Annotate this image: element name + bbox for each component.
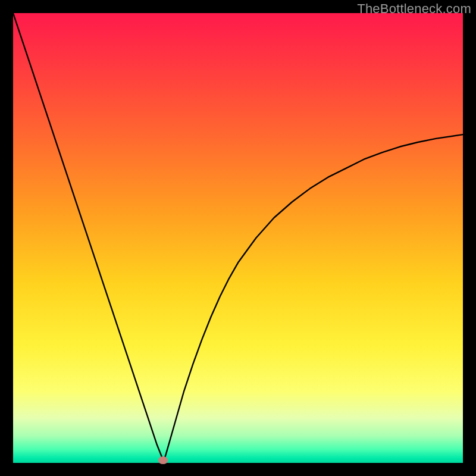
chart-frame — [13, 13, 463, 463]
bottleneck-curve-svg — [13, 13, 463, 463]
bottleneck-curve-path — [13, 13, 463, 461]
optimal-point-marker — [158, 456, 168, 464]
